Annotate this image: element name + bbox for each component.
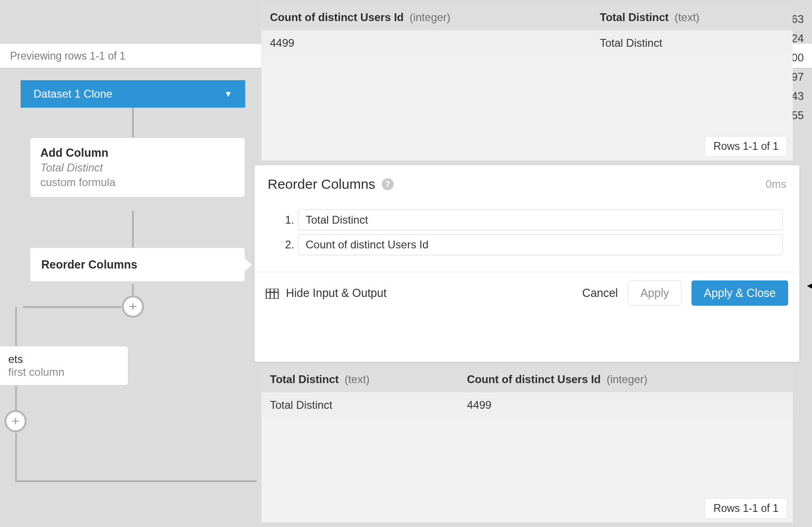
node-partial-line1: ets [8,353,120,366]
help-icon[interactable]: ? [382,178,394,190]
sidebar-expand-arrow[interactable]: ◂ [807,280,812,291]
node-title: Reorder Columns [41,258,137,271]
add-step-button-2[interactable]: + [5,410,27,432]
node-partial-line2: first column [8,366,120,379]
col-header-type: (integer) [410,11,450,23]
node-subtitle: Total Distinct [40,161,235,174]
preview-text: Previewing rows 1-1 of 1 [10,50,126,62]
rows-badge: Rows 1-1 of 1 [705,136,787,157]
node-add-column[interactable]: Add Column Total Distinct custom formula [30,137,245,198]
cancel-button[interactable]: Cancel [582,286,618,300]
apply-button[interactable]: Apply [628,280,681,306]
column-order-input-2[interactable] [298,234,783,255]
cell: Total Distinct [592,30,793,56]
apply-close-button[interactable]: Apply & Close [691,280,788,306]
node-reorder-columns[interactable]: Reorder Columns [30,247,245,282]
col-header-name: Count of distinct Users Id [467,373,601,385]
dataset-label: Dataset 1 Clone [33,88,112,100]
plus-icon: + [11,414,20,428]
col-header-type: (text) [675,11,700,23]
table-row: Total Distinct 4499 [262,392,793,418]
panel-timing: 0ms [766,178,786,191]
svg-rect-4 [266,289,278,299]
cell: 4499 [459,392,793,418]
reorder-columns-panel: Reorder Columns ? 0ms 1. 2. Hide Input &… [254,165,800,362]
dataset-chip[interactable]: Dataset 1 Clone ▼ [21,80,245,108]
col-header-type: (text) [345,373,370,385]
col-header-name: Total Distinct [270,373,339,385]
col-header-name: Total Distinct [600,11,669,23]
rows-badge: Rows 1-1 of 1 [705,498,787,519]
node-subtitle2: custom formula [40,176,235,189]
toggle-io-button[interactable]: Hide Input & Output [286,286,387,300]
order-number: 2. [282,238,298,251]
plus-icon: + [129,300,137,313]
cell: 4499 [262,30,592,56]
column-order-input-1[interactable] [298,209,783,231]
col-header-name: Count of distinct Users Id [270,11,404,23]
node-partial-left[interactable]: ets first column [0,346,128,385]
cell: Total Distinct [262,392,459,418]
add-step-button[interactable]: + [122,296,144,318]
chevron-down-icon: ▼ [224,89,232,99]
order-number: 1. [282,214,298,226]
panel-title: Reorder Columns [268,176,375,192]
output-preview-table: Total Distinct (text) Count of distinct … [261,367,793,522]
table-row: 4499 Total Distinct [262,30,793,56]
node-title: Add Column [40,146,235,159]
input-preview-table: Count of distinct Users Id (integer) Tot… [261,5,793,160]
table-icon [266,288,279,298]
col-header-type: (integer) [607,373,647,385]
